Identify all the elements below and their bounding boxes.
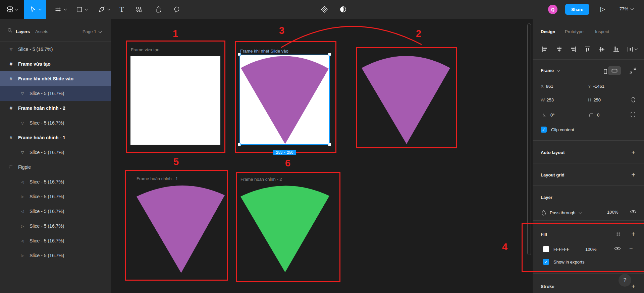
contrast-tool-button[interactable]: [336, 0, 350, 19]
independent-corners-icon[interactable]: [630, 111, 636, 118]
layer-label: Frame khi nhét Slide vào: [18, 76, 73, 81]
layers-panel: Layers Assets Page 1 ▽ Slice - 5 (16.7%)…: [0, 19, 111, 293]
blend-mode-value: Pass through: [550, 210, 576, 215]
layer-row-slice[interactable]: ▷ Slice - 5 (16.7%): [0, 248, 111, 263]
tab-design[interactable]: Design: [541, 29, 555, 34]
blend-mode-dropdown[interactable]: Pass through: [541, 210, 582, 216]
tab-inspect[interactable]: Inspect: [595, 29, 609, 34]
pen-tool-chevron-icon: [107, 7, 111, 10]
pen-tool-button[interactable]: [93, 0, 115, 19]
frame-type-dropdown[interactable]: Frame: [541, 68, 559, 73]
share-button[interactable]: Share: [565, 4, 589, 15]
layer-row-slice[interactable]: ▽ Slice - 5 (16.7%): [0, 42, 111, 57]
distribute-icon[interactable]: [626, 45, 637, 53]
clip-content-label: Clip content: [551, 127, 574, 132]
slice-icon: ◁: [19, 239, 25, 243]
y-position-field[interactable]: Y -1461: [588, 84, 604, 89]
layer-row-slice[interactable]: ▽ Slice - 5 (16.7%): [0, 116, 111, 130]
help-button[interactable]: ?: [619, 274, 631, 287]
clip-content-checkbox[interactable]: ✓: [541, 127, 547, 133]
align-left-icon[interactable]: [541, 45, 549, 53]
page-selector[interactable]: Page 1: [83, 29, 101, 34]
layer-label: Frame vừa tạo: [18, 61, 51, 67]
zoom-level-value: 77%: [620, 6, 628, 11]
annotation-rect-5: [125, 170, 228, 281]
align-horizontal-center-icon[interactable]: [555, 45, 563, 53]
slice-icon: ▷: [19, 253, 25, 258]
add-auto-layout-button[interactable]: +: [629, 148, 637, 156]
orientation-landscape-button[interactable]: [608, 66, 621, 75]
align-vertical-center-icon[interactable]: [598, 45, 606, 53]
contrast-icon: [339, 5, 347, 13]
y-value: -1461: [593, 84, 604, 89]
move-tool-button[interactable]: [24, 0, 46, 19]
x-position-field[interactable]: X 861: [541, 84, 553, 89]
align-top-icon[interactable]: [584, 45, 592, 53]
layer-visibility-eye-icon[interactable]: [630, 209, 637, 214]
design-canvas[interactable]: Frame vừa tạo Frame khi nhét Slide vào F…: [111, 19, 533, 293]
frame-icon: #: [8, 135, 14, 140]
alignment-toolbar: [541, 45, 637, 53]
slice-icon: ▷: [19, 195, 25, 199]
comment-icon: [173, 6, 180, 13]
annotation-number-5: 5: [173, 156, 179, 167]
add-stroke-button[interactable]: +: [629, 282, 637, 290]
resize-to-fit-icon[interactable]: [629, 67, 637, 75]
layer-row-slice-selected[interactable]: ▽ Slice - 5 (16.7%): [0, 86, 111, 101]
layer-row-frame[interactable]: # Frame hoàn chỉnh - 1: [0, 130, 111, 145]
shape-tool-button[interactable]: [71, 0, 93, 19]
hand-tool-button[interactable]: [152, 0, 165, 19]
rectangle-icon: [76, 6, 83, 13]
frame-tool-icon: [55, 6, 61, 13]
comment-tool-button[interactable]: [170, 0, 183, 19]
align-right-icon[interactable]: [569, 45, 577, 53]
corner-radius-value: 0: [597, 113, 599, 118]
tab-layers[interactable]: Layers: [16, 29, 30, 34]
height-field[interactable]: H 250: [588, 97, 601, 102]
clip-content-control[interactable]: ✓ Clip content: [541, 127, 574, 133]
x-label: X: [541, 84, 544, 89]
layer-row-slice[interactable]: ▽ Slice - 5 (16.7%): [0, 145, 111, 160]
layer-row-frame[interactable]: # Frame hoàn chỉnh - 2: [0, 101, 111, 116]
width-field[interactable]: W 253: [541, 97, 554, 102]
layer-row-slice[interactable]: ▷ Slice - 5 (16.7%): [0, 189, 111, 204]
blend-chevron-icon: [579, 211, 582, 214]
add-layout-grid-button[interactable]: +: [629, 171, 637, 179]
layout-grid-title: Layout grid: [541, 172, 565, 177]
zoom-level-control[interactable]: 77%: [620, 6, 633, 11]
layer-row-frame-selected[interactable]: # Frame khi nhét Slide vào: [0, 71, 111, 86]
search-icon[interactable]: [7, 27, 13, 33]
actions-tool-button[interactable]: [132, 0, 146, 19]
tab-assets[interactable]: Assets: [35, 29, 48, 34]
auto-layout-title: Auto layout: [541, 150, 565, 155]
main-menu-button[interactable]: [0, 0, 24, 19]
corner-radius-field[interactable]: 0: [588, 112, 599, 118]
canvas-scrollbar[interactable]: [527, 23, 531, 255]
layer-row-figpie[interactable]: Figpie: [0, 160, 111, 174]
layer-row-slice[interactable]: ◁ Slice - 5 (16.7%): [0, 204, 111, 219]
text-tool-button[interactable]: T: [115, 0, 128, 19]
align-bottom-icon[interactable]: [612, 45, 620, 53]
annotation-number-3: 3: [279, 25, 284, 36]
layers-panel-header: Layers Assets Page 1: [0, 19, 111, 42]
selection-size-badge: 253 × 250: [273, 150, 296, 155]
present-play-icon[interactable]: ▷: [600, 5, 605, 13]
corner-radius-icon: [588, 112, 594, 118]
stroke-section-title: Stroke: [541, 284, 554, 289]
frame-tool-button[interactable]: [50, 0, 71, 19]
rotation-field[interactable]: 0°: [541, 112, 554, 118]
layer-row-slice[interactable]: ◁ Slice - 5 (16.7%): [0, 233, 111, 248]
slice-icon: ◁: [19, 209, 25, 214]
slice-icon: ▷: [19, 224, 25, 228]
frame-tool-chevron-icon: [63, 7, 67, 10]
slice-icon: ▽: [19, 150, 25, 155]
avatar[interactable]: Q: [548, 5, 557, 14]
blend-droplet-icon: [541, 210, 546, 216]
layer-row-frame[interactable]: # Frame vừa tạo: [0, 57, 111, 71]
layer-row-slice[interactable]: ▷ Slice - 5 (16.7%): [0, 219, 111, 233]
tab-prototype[interactable]: Prototype: [565, 29, 584, 34]
layer-opacity-value[interactable]: 100%: [607, 210, 618, 215]
multiplayer-tools-button[interactable]: [318, 0, 331, 19]
constrain-proportions-icon[interactable]: [630, 96, 637, 104]
layer-row-slice[interactable]: ◁ Slice - 5 (16.7%): [0, 174, 111, 189]
